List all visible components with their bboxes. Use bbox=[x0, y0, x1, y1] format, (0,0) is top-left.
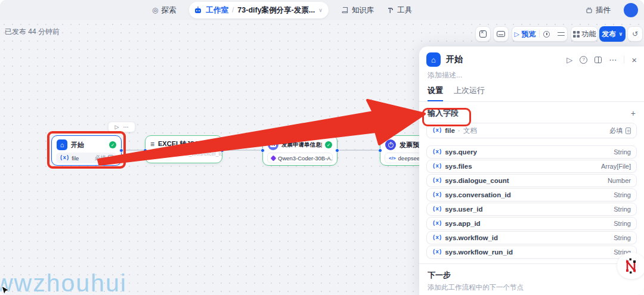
variable-icon: (x) bbox=[432, 128, 442, 133]
code-icon: </> bbox=[389, 156, 396, 161]
checklist-button[interactable] bbox=[475, 26, 491, 42]
var-name: sys.workflow_id bbox=[445, 234, 498, 241]
nav-knowledge[interactable]: 知识库 bbox=[342, 5, 374, 15]
tab-settings[interactable]: 设置 bbox=[428, 85, 443, 101]
features-label: 功能 bbox=[582, 29, 596, 39]
nav-tools[interactable]: 工具 bbox=[387, 5, 412, 15]
nav-explore[interactable]: ◎ 探索 bbox=[152, 5, 176, 15]
node-start[interactable]: ⌂ 开始 ✓ (x) file 必填 bbox=[51, 135, 122, 166]
dot-separator: · bbox=[458, 127, 460, 134]
panel-title: 开始 bbox=[446, 54, 463, 65]
check-glyph: ✓ bbox=[327, 142, 331, 148]
home-icon: ⌂ bbox=[426, 52, 441, 67]
preview-label: 预览 bbox=[521, 29, 535, 39]
top-nav: ◎ 探索 工作室 / 73-dify案例分享-发票... ∨ 知识库 bbox=[0, 0, 644, 20]
close-icon[interactable]: × bbox=[631, 55, 637, 64]
shortcuts-button[interactable] bbox=[493, 26, 509, 42]
keyboard-icon bbox=[497, 31, 505, 37]
var-name: sys.workflow_run_id bbox=[445, 249, 513, 256]
field-name: file bbox=[72, 155, 79, 162]
var-type: String bbox=[614, 148, 631, 156]
play-icon: ▷ bbox=[515, 30, 519, 38]
layout-columns-icon[interactable] bbox=[595, 57, 602, 63]
add-field-icon[interactable]: + bbox=[631, 109, 636, 117]
field-row-file[interactable]: (x) file · 文档 必填 bbox=[426, 123, 637, 138]
run-node-icon[interactable]: ▷ bbox=[566, 56, 572, 64]
nav-tools-label: 工具 bbox=[397, 5, 412, 15]
nav-explore-label: 探索 bbox=[161, 5, 176, 15]
sys-var-row[interactable]: (x) sys.workflow_id String bbox=[426, 231, 637, 244]
output-handle[interactable] bbox=[119, 148, 123, 153]
node-title: 开始 bbox=[71, 141, 84, 150]
question-glyph: ? bbox=[583, 57, 585, 62]
variable-icon: (x) bbox=[432, 235, 442, 241]
sys-var-row[interactable]: (x) sys.query String bbox=[426, 145, 637, 159]
breadcrumb-slash: / bbox=[232, 6, 234, 14]
sys-var-row[interactable]: (x) sys.user_id String bbox=[426, 203, 637, 216]
features-button[interactable]: 功能 bbox=[571, 26, 598, 42]
document-icon bbox=[626, 128, 631, 134]
node-invoice-extract[interactable]: 发票申请单信息提取专家 ✓ Qwen3-Coder-30B-A... CHAT bbox=[262, 135, 338, 166]
input-handle[interactable] bbox=[261, 148, 265, 153]
field-name: file bbox=[445, 127, 455, 134]
home-glyph: ⌂ bbox=[60, 141, 64, 148]
output-handle[interactable] bbox=[220, 148, 224, 153]
sys-var-row[interactable]: (x) sys.dialogue_count Number bbox=[426, 174, 637, 187]
nav-knowledge-label: 知识库 bbox=[352, 5, 374, 15]
edge-extract-preview bbox=[338, 150, 380, 151]
edge-excel-extract bbox=[222, 150, 262, 151]
var-type: String bbox=[614, 191, 631, 198]
var-name: sys.dialogue_count bbox=[445, 177, 509, 184]
more-icon[interactable]: ⋯ bbox=[609, 56, 617, 64]
publish-button[interactable]: 发布 ∨ bbox=[599, 26, 626, 42]
node-excel-to-json[interactable]: ≡ EXCEL转JSON ✓ qingdinglin/excel_tools/e… bbox=[145, 135, 222, 163]
watermark-text: wwzhouhui bbox=[0, 269, 127, 295]
chevron-down-icon: ∨ bbox=[618, 31, 623, 37]
version-history-button[interactable]: ↺ bbox=[627, 26, 643, 42]
home-glyph: ⌂ bbox=[431, 55, 436, 64]
plugin-icon bbox=[586, 7, 593, 14]
more-icon[interactable]: ⋯ bbox=[123, 124, 128, 130]
node-title: EXCEL转JSON bbox=[158, 139, 205, 148]
sys-var-row[interactable]: (x) sys.app_id String bbox=[426, 217, 637, 230]
input-fields-label: 输入字段 bbox=[428, 108, 459, 119]
output-handle[interactable] bbox=[335, 148, 339, 153]
input-handle[interactable] bbox=[378, 148, 382, 153]
variables-icon[interactable] bbox=[558, 31, 565, 37]
sys-var-row[interactable]: (x) sys.conversation_id String bbox=[426, 188, 637, 201]
model-icon bbox=[271, 155, 277, 161]
input-handle[interactable] bbox=[143, 148, 147, 153]
model-name: Qwen3-Coder-30B-A... bbox=[278, 155, 333, 162]
var-name: sys.query bbox=[445, 148, 477, 156]
nav-studio-label[interactable]: 工作室 bbox=[206, 5, 228, 15]
description-placeholder[interactable]: 添加描述... bbox=[419, 68, 644, 80]
start-node-panel: ⌂ 开始 ▷ ? ⋯ × 添加描述... 设置 上次运行 输入字段 + (x) … bbox=[419, 46, 644, 295]
llm-robot-icon bbox=[268, 139, 278, 150]
next-step-desc: 添加此工作流程中的下一个节点 bbox=[428, 283, 636, 292]
workflow-name[interactable]: 73-dify案例分享-发票... bbox=[237, 5, 315, 15]
preview-button[interactable]: ▷ 预览 bbox=[515, 29, 536, 39]
play-icon[interactable]: ▷ bbox=[115, 124, 119, 130]
workflow-breadcrumb[interactable]: 工作室 / 73-dify案例分享-发票... ∨ bbox=[189, 2, 328, 18]
user-avatar[interactable] bbox=[624, 3, 638, 17]
history-icon: ↺ bbox=[632, 30, 638, 38]
var-type: Number bbox=[608, 177, 631, 184]
success-check-icon: ✓ bbox=[325, 141, 332, 148]
tab-last-run[interactable]: 上次运行 bbox=[454, 85, 485, 101]
help-icon[interactable]: ? bbox=[580, 56, 587, 64]
mouse-cursor bbox=[1, 285, 10, 295]
chevron-down-icon[interactable]: ∨ bbox=[318, 7, 323, 13]
variable-icon: (x) bbox=[432, 178, 442, 184]
compass-icon: ◎ bbox=[152, 7, 158, 14]
check-glyph: ✓ bbox=[111, 142, 115, 148]
divider bbox=[624, 56, 624, 63]
sys-var-row[interactable]: (x) sys.workflow_run_id String bbox=[426, 246, 637, 259]
nav-plugins[interactable]: 插件 bbox=[586, 5, 611, 15]
var-type: Array[File] bbox=[601, 163, 631, 170]
run-group: ▷ 预览 bbox=[512, 26, 568, 42]
node-mini-toolbar: ▷ ⋯ bbox=[108, 122, 135, 132]
run-history-icon[interactable] bbox=[543, 31, 550, 38]
sys-var-row[interactable]: (x) sys.files Array[File] bbox=[426, 160, 637, 173]
var-name: sys.user_id bbox=[445, 206, 482, 213]
next-step-section: 下一步 添加此工作流程中的下一个节点 ⌂ ≡ Excel转Json + 添加并行… bbox=[419, 264, 644, 295]
